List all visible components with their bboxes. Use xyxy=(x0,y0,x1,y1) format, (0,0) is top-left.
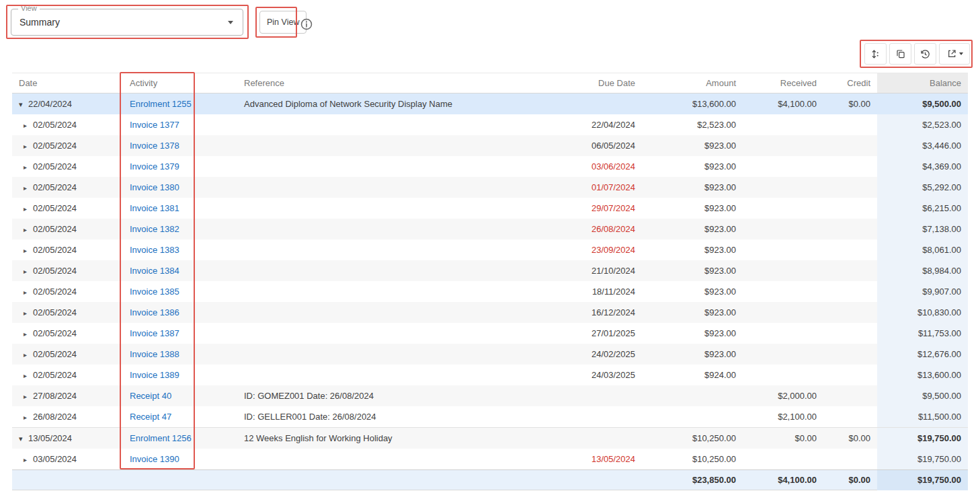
column-header-amount[interactable]: Amount xyxy=(642,73,743,93)
activity-link[interactable]: Invoice 1386 xyxy=(130,307,179,317)
column-header-credit[interactable]: Credit xyxy=(823,73,877,93)
activity-link[interactable]: Invoice 1389 xyxy=(130,370,179,380)
activity-link[interactable]: Invoice 1390 xyxy=(130,454,179,464)
activity-link[interactable]: Invoice 1384 xyxy=(130,266,179,276)
activity-link[interactable]: Invoice 1385 xyxy=(130,287,179,297)
activity-cell: Invoice 1385 xyxy=(123,281,237,302)
table-row[interactable]: ▸26/08/2024Receipt 47ID: GELLER001 Date:… xyxy=(12,406,968,427)
activity-link[interactable]: Invoice 1388 xyxy=(130,349,179,359)
table-row[interactable]: ▸02/05/2024Invoice 138226/08/2024$923.00… xyxy=(12,219,968,239)
table-row[interactable]: ▸02/05/2024Invoice 137903/06/2024$923.00… xyxy=(12,156,968,177)
credit-cell: $0.00 xyxy=(823,93,877,114)
activity-cell: Invoice 1383 xyxy=(123,239,237,260)
expand-caret-icon[interactable]: ▸ xyxy=(24,261,33,281)
column-header-due_date[interactable]: Due Date xyxy=(548,73,642,93)
expand-caret-icon[interactable]: ▸ xyxy=(24,240,33,260)
table-row[interactable]: ▸02/05/2024Invoice 137722/04/2024$2,523.… xyxy=(12,114,968,135)
table-row[interactable]: ▸02/05/2024Invoice 138421/10/2024$923.00… xyxy=(12,260,968,281)
column-header-received[interactable]: Received xyxy=(743,73,823,93)
table-row[interactable]: ▸02/05/2024Invoice 137806/05/2024$923.00… xyxy=(12,135,968,156)
activity-link[interactable]: Invoice 1383 xyxy=(130,245,179,255)
expand-caret-icon[interactable]: ▸ xyxy=(24,198,33,219)
collapse-caret-icon[interactable]: ▾ xyxy=(19,428,28,449)
expand-caret-icon[interactable]: ▸ xyxy=(24,365,33,385)
table-row[interactable]: ▸02/05/2024Invoice 138924/03/2025$924.00… xyxy=(12,365,968,385)
due-date-cell xyxy=(548,428,642,449)
table-row[interactable]: ▸02/05/2024Invoice 138824/02/2025$923.00… xyxy=(12,344,968,365)
activity-cell: Invoice 1379 xyxy=(123,156,237,177)
expand-caret-icon[interactable]: ▸ xyxy=(24,178,33,198)
table-row[interactable]: ▸27/08/2024Receipt 40ID: GOMEZ001 Date: … xyxy=(12,385,968,406)
expand-caret-icon[interactable]: ▸ xyxy=(24,115,33,135)
copy-button[interactable] xyxy=(889,43,911,65)
balance-cell: $4,369.00 xyxy=(877,156,968,177)
row-date: 02/05/2024 xyxy=(33,224,77,234)
activity-cell: Invoice 1378 xyxy=(123,135,237,156)
activity-link[interactable]: Invoice 1381 xyxy=(130,203,179,213)
footer-spacer xyxy=(123,470,237,490)
due-date-cell xyxy=(548,93,642,114)
row-date: 02/05/2024 xyxy=(33,182,77,192)
expand-caret-icon[interactable]: ▸ xyxy=(24,449,33,469)
expand-caret-icon[interactable]: ▸ xyxy=(24,386,33,406)
history-button[interactable] xyxy=(914,43,936,65)
activity-link[interactable]: Invoice 1379 xyxy=(130,161,179,172)
table-row[interactable]: ▸02/05/2024Invoice 138001/07/2024$923.00… xyxy=(12,177,968,198)
pin-view-button[interactable]: Pin View xyxy=(259,11,307,34)
activity-cell: Invoice 1387 xyxy=(123,323,237,344)
view-select[interactable]: View Summary xyxy=(11,9,243,36)
column-header-activity[interactable]: Activity xyxy=(123,73,237,93)
activity-link[interactable]: Enrolment 1256 xyxy=(130,433,192,443)
expand-caret-icon[interactable]: ▸ xyxy=(24,282,33,302)
row-date: 02/05/2024 xyxy=(33,370,77,380)
activity-link[interactable]: Invoice 1387 xyxy=(130,328,179,338)
expand-caret-icon[interactable]: ▸ xyxy=(24,219,33,239)
column-header-date[interactable]: Date xyxy=(12,73,123,93)
activity-link[interactable]: Invoice 1382 xyxy=(130,224,179,234)
row-date: 02/05/2024 xyxy=(33,141,77,151)
table-row[interactable]: ▸02/05/2024Invoice 138518/11/2024$923.00… xyxy=(12,281,968,302)
activity-link[interactable]: Receipt 47 xyxy=(130,412,171,422)
column-header-reference[interactable]: Reference xyxy=(237,73,548,93)
info-icon[interactable] xyxy=(300,18,313,30)
table-row[interactable]: ▸02/05/2024Invoice 138129/07/2024$923.00… xyxy=(12,198,968,219)
amount-cell: $923.00 xyxy=(642,219,743,239)
table-row[interactable]: ▾22/04/2024Enrolment 1255Advanced Diplom… xyxy=(12,93,968,114)
due-date-cell: 18/11/2024 xyxy=(548,281,642,302)
activity-link[interactable]: Invoice 1378 xyxy=(130,141,179,151)
activity-link[interactable]: Receipt 40 xyxy=(130,391,171,401)
activity-link[interactable]: Invoice 1380 xyxy=(130,182,179,192)
expand-caret-icon[interactable]: ▸ xyxy=(24,344,33,365)
expand-caret-icon[interactable]: ▸ xyxy=(24,157,33,177)
toolbar xyxy=(864,43,970,65)
due-date-cell: 23/09/2024 xyxy=(548,239,642,260)
column-header-balance[interactable]: Balance xyxy=(877,73,968,93)
amount-cell: $923.00 xyxy=(642,198,743,219)
table-row[interactable]: ▾13/05/2024Enrolment 125612 Weeks Englis… xyxy=(12,427,968,449)
expand-caret-icon[interactable]: ▸ xyxy=(24,303,33,323)
row-date: 22/04/2024 xyxy=(28,99,72,109)
received-cell xyxy=(743,239,823,260)
table-row[interactable]: ▸02/05/2024Invoice 138727/01/2025$923.00… xyxy=(12,323,968,344)
export-icon xyxy=(946,48,957,59)
table-body: ▾22/04/2024Enrolment 1255Advanced Diplom… xyxy=(12,93,968,469)
table-row[interactable]: ▸02/05/2024Invoice 138616/12/2024$923.00… xyxy=(12,302,968,323)
row-height-button[interactable] xyxy=(864,43,887,65)
due-date-cell: 27/01/2025 xyxy=(548,323,642,344)
credit-cell xyxy=(823,135,877,156)
expand-caret-icon[interactable]: ▸ xyxy=(24,324,33,344)
export-button[interactable] xyxy=(939,43,970,65)
collapse-caret-icon[interactable]: ▾ xyxy=(19,94,28,114)
balance-cell: $3,446.00 xyxy=(877,135,968,156)
activity-link[interactable]: Enrolment 1255 xyxy=(130,99,192,109)
table-row[interactable]: ▸02/05/2024Invoice 138323/09/2024$923.00… xyxy=(12,239,968,260)
expand-caret-icon[interactable]: ▸ xyxy=(24,136,33,156)
amount-cell: $2,523.00 xyxy=(642,114,743,135)
date-cell: ▸02/05/2024 xyxy=(12,239,123,260)
table-row[interactable]: ▸03/05/2024Invoice 139013/05/2024$10,250… xyxy=(12,449,968,469)
reference-cell: ID: GELLER001 Date: 26/08/2024 xyxy=(237,406,548,427)
balance-cell: $7,138.00 xyxy=(877,219,968,239)
activity-link[interactable]: Invoice 1377 xyxy=(130,120,179,130)
expand-caret-icon[interactable]: ▸ xyxy=(24,407,33,427)
row-date: 02/05/2024 xyxy=(33,203,77,213)
